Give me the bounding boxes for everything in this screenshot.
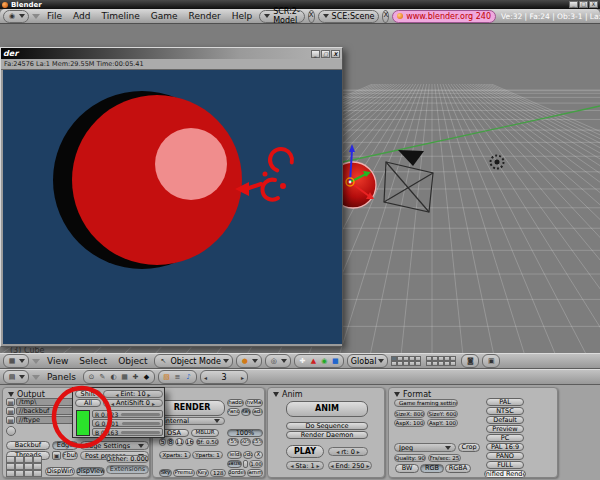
preset-unified-button[interactable]: Unified Render — [484, 470, 526, 478]
border-button[interactable]: Border — [228, 469, 246, 477]
menu-render[interactable]: Render — [185, 11, 225, 21]
xparts-field[interactable]: Xparts: 1 — [159, 451, 191, 459]
scene-link-button[interactable] — [6, 426, 16, 436]
header-collapse-icon[interactable] — [32, 14, 40, 19]
odd-button[interactable]: Odd — [243, 451, 253, 459]
render-buttons-icon[interactable]: ▧ — [161, 372, 172, 382]
osa-16-button[interactable]: 16 — [185, 438, 194, 446]
fbuf-toggle-icon[interactable]: ▣ — [52, 451, 61, 460]
menu-file[interactable]: File — [43, 11, 66, 21]
sta-field[interactable]: Sta: 1 — [286, 461, 324, 470]
dither-field[interactable]: Dither: 0.000 — [106, 455, 149, 463]
render-preview-button[interactable]: ▣ — [482, 354, 500, 368]
menu-view[interactable]: View — [43, 356, 72, 366]
buttons-window-type-button[interactable]: ▤ — [3, 370, 29, 384]
translate-manipulator-icon[interactable]: ▲ — [308, 356, 319, 366]
screen-selector[interactable]: SCR:2-Model — [259, 10, 305, 23]
preset-pal-button[interactable]: PAL — [486, 398, 524, 406]
path-browse-icon[interactable]: ▤ — [6, 416, 15, 424]
size-25-button[interactable]: 25% — [252, 438, 263, 446]
pano-button[interactable]: Pano — [227, 408, 240, 416]
manipulator-hand-icon[interactable]: ✚ — [297, 356, 308, 366]
osa-5-button[interactable]: 5 — [159, 438, 166, 446]
anim-buttons-icon[interactable]: ≡ — [172, 372, 183, 382]
rotate-manipulator-icon[interactable]: ◉ — [319, 356, 330, 366]
preset-full-button[interactable]: FULL — [486, 461, 524, 469]
preset-ntsc-button[interactable]: NTSC — [486, 407, 524, 415]
dispwin-button[interactable]: DispWin — [45, 467, 75, 476]
fields-x-button[interactable]: X — [254, 451, 263, 459]
radio-button[interactable]: Radio — [252, 408, 263, 416]
lock-button[interactable]: ◙ — [461, 354, 479, 368]
path-browse-icon[interactable]: ▤ — [6, 398, 15, 406]
window-type-button[interactable]: ◉ — [3, 10, 29, 23]
pivot-dropdown[interactable]: ◎ — [265, 354, 291, 368]
shading-context-icon[interactable]: ◐ — [108, 372, 119, 382]
render-window-placement-grid[interactable] — [6, 456, 42, 477]
size-100-button[interactable]: 100% — [227, 429, 263, 437]
menu-help[interactable]: Help — [228, 11, 257, 21]
gauss-button[interactable]: Gauss — [227, 460, 242, 468]
render-maximize-button[interactable]: □ — [321, 50, 330, 58]
menu-game[interactable]: Game — [147, 11, 182, 21]
orientation-dropdown[interactable]: Global — [347, 354, 389, 368]
size-50-button[interactable]: 50% — [240, 438, 251, 446]
bf-field[interactable]: Bf: 0.50 — [196, 438, 219, 446]
sound-buttons-icon[interactable]: ♪ — [183, 372, 194, 382]
render-result-window[interactable]: der _ □ X Fa:24576 La:1 Mem:29.55M Time:… — [0, 47, 343, 347]
size-75-button[interactable]: 75% — [227, 438, 239, 446]
edge-shift-button[interactable]: Shift — [75, 390, 101, 398]
editing-context-icon[interactable]: ✚ — [130, 372, 141, 382]
osa-8-button[interactable]: 8 — [167, 438, 174, 446]
render-daemon-button[interactable]: Render Daemon — [286, 431, 368, 439]
edge-b-slider[interactable]: B 0.163 — [92, 428, 163, 436]
header-menu-collapse-icon[interactable] — [32, 375, 40, 380]
preset-default-button[interactable]: Default — [486, 416, 524, 424]
edge-color-swatch[interactable] — [76, 410, 90, 436]
end-field[interactable]: End: 250 — [328, 461, 372, 470]
menu-timeline[interactable]: Timeline — [98, 11, 144, 21]
aspx-field[interactable]: AspX: 100 — [394, 419, 425, 427]
rgba-button[interactable]: RGBA — [445, 464, 471, 473]
scene-delete-button[interactable]: X — [382, 10, 389, 23]
envmap-button[interactable]: EnvMap — [245, 399, 263, 407]
edge-settings-dropdown[interactable]: Edge Settings — [80, 441, 149, 450]
edge-g-slider[interactable]: G 0.901 — [92, 419, 163, 427]
gamma-button[interactable]: Gamma — [247, 469, 263, 477]
mode-dropdown[interactable]: ↖ Object Mode — [154, 354, 232, 368]
backbuf-button[interactable]: Backbuf — [6, 441, 50, 450]
anim-button[interactable]: ANIM — [286, 401, 368, 417]
do-sequence-button[interactable]: Do Sequence — [286, 422, 368, 430]
preset-pal169-button[interactable]: PAL 16:9 — [486, 443, 524, 451]
layer-buttons-group2[interactable] — [426, 356, 458, 367]
draw-mode-dropdown[interactable]: ● — [236, 354, 262, 368]
quality-field[interactable]: Quality: 90 — [394, 454, 426, 462]
menu-object[interactable]: Object — [114, 356, 151, 366]
extensions-button[interactable]: Extensions — [106, 465, 149, 474]
script-context-icon[interactable]: ✎ — [97, 372, 108, 382]
gauss-toggle-icon[interactable] — [243, 460, 248, 468]
osa-11-button[interactable]: 11 — [175, 438, 184, 446]
header-menu-collapse-icon[interactable] — [32, 359, 40, 364]
viewport-3d[interactable]: der _ □ X Fa:24576 La:1 Mem:29.55M Time:… — [0, 24, 600, 353]
render-window-titlebar[interactable]: der _ □ X — [1, 48, 342, 59]
shadow-button[interactable]: Shadow — [227, 399, 244, 407]
fields-button[interactable]: Fields — [227, 451, 242, 459]
edge-button[interactable]: Edge — [52, 441, 78, 450]
scene-selector[interactable]: SCE:Scene — [318, 10, 380, 23]
scene-context-icon[interactable]: ◆ — [141, 372, 152, 382]
rt-field[interactable]: rt: 0 — [328, 447, 368, 456]
filetype-dropdown[interactable]: Jpeg — [394, 443, 456, 452]
antishift-field[interactable]: AntiShift 0 — [103, 399, 163, 407]
fbuf-button[interactable]: Fbuf — [62, 451, 78, 460]
game-framing-dropdown[interactable]: Game framing settings — [394, 399, 458, 407]
preset-pc-button[interactable]: PC — [486, 434, 524, 442]
sizex-field[interactable]: SizeX: 800 — [394, 410, 425, 418]
menu-add[interactable]: Add — [69, 11, 94, 21]
close-button[interactable]: X — [589, 1, 598, 8]
yparts-field[interactable]: Yparts: 1 — [192, 451, 223, 459]
edge-r-slider[interactable]: R 0.023 — [92, 410, 163, 418]
path-browse-icon[interactable]: ▤ — [6, 407, 15, 415]
engine-dropdown[interactable]: internal — [159, 417, 225, 425]
fps-field[interactable]: Frs/sec: 25 — [428, 454, 461, 462]
